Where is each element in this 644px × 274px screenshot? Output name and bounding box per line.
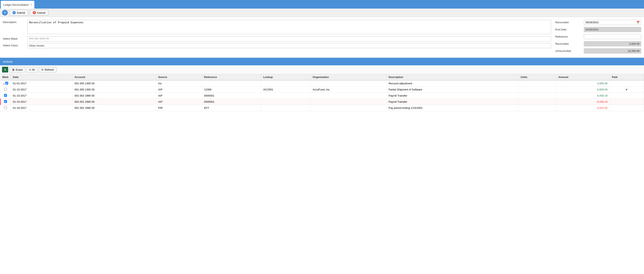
activity-label: Activity	[3, 60, 13, 63]
activity-toolbar: X 🗑 Erase ≡ All ↻ Refresh	[0, 65, 644, 74]
table-row: ◄01-01-2017001 000 1300 00InvRecount adj…	[0, 80, 644, 87]
tab-bar: Ledger Reconciliation ×	[0, 0, 644, 8]
paid-cell	[610, 105, 644, 111]
activity-section-header: Activity	[0, 58, 644, 65]
paid-cell	[610, 93, 644, 99]
mark-checkbox[interactable]	[4, 94, 7, 97]
help-button[interactable]: ?	[2, 10, 8, 15]
lookup-cell: ACC001	[261, 87, 310, 93]
reference-cell: 0000001	[202, 93, 261, 99]
description-cell: Recount adjustment	[386, 80, 519, 87]
all-label: All	[32, 68, 35, 71]
submit-button[interactable]: ✓ Submit	[10, 10, 28, 15]
cancel-icon: ✕	[33, 11, 36, 14]
date-cell: 01-15-2017	[11, 87, 72, 93]
account-cell: 001 000 1300 00	[72, 80, 156, 87]
unreconciled-label: Unreconciled:	[555, 49, 584, 52]
submit-label: Submit	[17, 11, 25, 14]
cancel-button[interactable]: ✕ Cancel	[30, 10, 48, 15]
mark-checkbox[interactable]	[4, 88, 7, 91]
reference-row: Reference:	[555, 34, 641, 39]
main-toolbar: ? ✓ Submit ✕ Cancel	[0, 8, 644, 17]
units-cell	[518, 105, 556, 111]
units-cell	[518, 93, 556, 99]
lookup-cell	[261, 99, 310, 105]
lookup-cell	[261, 93, 310, 99]
form-area: Description: Select Mask: Select Class: …	[0, 17, 644, 58]
col-header-lookup: Lookup	[261, 74, 310, 80]
organization-cell	[310, 105, 386, 111]
mark-cell	[0, 93, 11, 99]
description-input[interactable]	[28, 20, 551, 34]
source-cell: A/P	[156, 87, 202, 93]
select-mask-input[interactable]	[28, 36, 551, 41]
account-cell: 002 001 1990 00	[72, 99, 156, 105]
select-class-row: Select Class:	[3, 43, 551, 48]
col-header-amount: Amount	[556, 74, 610, 80]
description-cell: Partial Shipment of Software	[386, 87, 519, 93]
mark-cell	[0, 87, 11, 93]
activity-table: Mark Date Account Source Reference Looku…	[0, 74, 644, 111]
reconciled-date-input[interactable]	[584, 20, 635, 25]
date-cell: 01-15-2017	[11, 99, 72, 105]
calendar-icon[interactable]: 📅	[635, 20, 641, 25]
account-cell: 001 002 1990 00	[72, 93, 156, 99]
tab-close-icon[interactable]: ×	[30, 3, 32, 6]
paid-cell	[610, 99, 644, 105]
mark-checkbox[interactable]	[4, 106, 7, 109]
description-cell: Payroll Transfer	[386, 99, 519, 105]
erase-button[interactable]: 🗑 Erase	[10, 67, 25, 72]
reference-input[interactable]	[584, 34, 641, 39]
select-class-input[interactable]	[28, 43, 551, 48]
select-mask-label: Select Mask:	[3, 36, 28, 40]
organization-cell	[310, 93, 386, 99]
source-cell: A/P	[156, 93, 202, 99]
reconciled-amount-label: Reconciled:	[555, 42, 584, 45]
mark-cell	[0, 99, 11, 105]
mark-checkbox[interactable]	[5, 82, 8, 85]
organization-cell	[310, 99, 386, 105]
col-header-organization: Organization	[310, 74, 386, 80]
reference-cell: 0000001	[202, 99, 261, 105]
units-cell	[518, 87, 556, 93]
mark-cell: ◄	[0, 80, 11, 87]
form-right: Reconciled: 📅 End Date: 04/30/2021 Refer…	[555, 20, 641, 56]
select-class-label: Select Class:	[3, 43, 28, 47]
source-cell: Inv	[156, 80, 202, 87]
select-mask-container	[28, 36, 551, 41]
end-date-row: End Date: 04/30/2021	[555, 27, 641, 32]
source-cell: P/R	[156, 105, 202, 111]
refresh-button[interactable]: ↻ Refresh	[39, 67, 57, 72]
reconciled-date-label: Reconciled:	[555, 21, 584, 24]
mark-cell	[0, 105, 11, 111]
ledger-reconciliation-tab[interactable]: Ledger Reconciliation ×	[1, 1, 34, 8]
table-row: 01-15-2017001 000 1300 00A/P12300ACC001A…	[0, 87, 644, 93]
excel-icon: X	[4, 68, 6, 71]
reference-cell: 12300	[202, 87, 261, 93]
table-header: Mark Date Account Source Reference Looku…	[0, 74, 644, 80]
unreconciled-row: Unreconciled: 16,396.96	[555, 48, 641, 53]
all-button[interactable]: ≡ All	[26, 67, 38, 72]
erase-label: Erase	[16, 68, 23, 71]
table-row: 01-16-2017001 002 1990 00P/REFTPay perio…	[0, 105, 644, 111]
reference-cell	[202, 80, 261, 87]
all-icon: ≡	[29, 68, 31, 71]
reference-cell: EFT	[202, 105, 261, 111]
mark-checkbox[interactable]	[4, 100, 7, 103]
account-cell: 001 000 1300 00	[72, 87, 156, 93]
end-date-label: End Date:	[555, 28, 584, 31]
organization-cell	[310, 80, 386, 87]
source-cell: A/P	[156, 99, 202, 105]
refresh-label: Refresh	[44, 68, 54, 71]
col-header-mark: Mark	[0, 74, 11, 80]
col-header-date: Date	[11, 74, 72, 80]
select-class-container	[28, 43, 551, 48]
amount-cell: 9,600.00	[556, 87, 610, 93]
excel-export-button[interactable]: X	[2, 67, 8, 72]
col-header-units: Units	[518, 74, 556, 80]
reconciled-amount-row: Reconciled: 3,000.00	[555, 41, 641, 46]
reconciled-amount-value: 3,000.00	[584, 41, 641, 46]
col-header-description: Description	[386, 74, 519, 80]
date-cell: 01-01-2017	[11, 80, 72, 87]
amount-cell: 3,000.00	[556, 80, 610, 87]
